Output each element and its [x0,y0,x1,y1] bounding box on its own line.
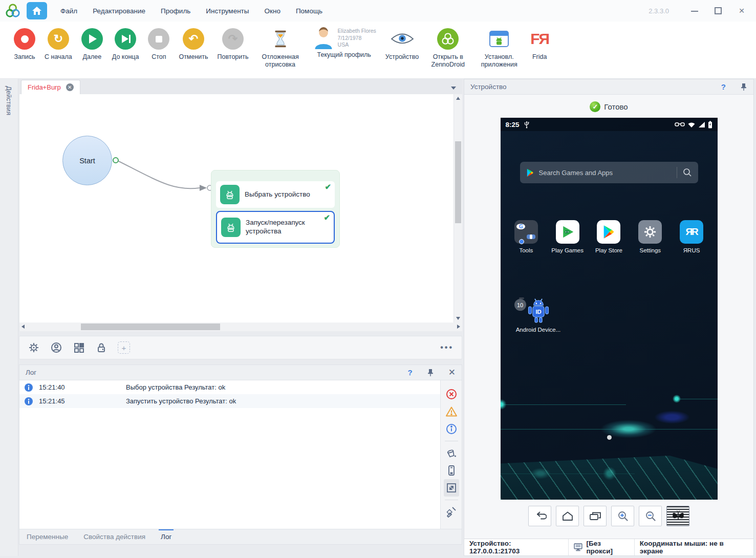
home-button[interactable] [27,2,47,19]
current-profile-button[interactable]: Elizabeth Flores 7/12/1978 USA Текущий п… [308,27,381,59]
restart-button[interactable]: ↻ С начала [40,27,77,61]
tab-close-icon[interactable]: ✕ [66,83,74,91]
tab-list-caret-icon[interactable] [451,87,456,90]
app-yarus[interactable]: ЯR ЯRUS [673,220,710,253]
search-icon[interactable] [683,168,692,177]
wallpaper-glow [654,411,690,424]
expand-log-icon[interactable] [444,479,459,497]
tab-variables[interactable]: Переменные [27,529,68,545]
start-node[interactable]: Start [62,136,112,185]
zoom-out-button[interactable] [639,506,662,526]
canvas-vscrollbar[interactable] [453,94,462,323]
success-check-icon: ✔ [323,213,330,222]
search-divider [677,167,677,178]
app-row: G Tools Play Games [506,220,712,253]
grid-view-icon[interactable] [73,341,85,354]
avatar [312,27,335,49]
overflow-menu-icon[interactable]: ••• [440,343,453,352]
device-log-icon[interactable] [444,462,459,479]
run-to-end-button[interactable]: До конца [107,27,144,61]
app-settings[interactable]: Settings [632,220,668,253]
log-row[interactable]: 15:21:40 Выбор устройства Результат: ok [19,380,462,394]
close-window-button[interactable]: × [738,7,746,15]
log-row[interactable]: 15:21:45 Запустить устройство Результат:… [19,394,462,408]
nav-home-button[interactable] [556,506,579,526]
nav-recents-button[interactable] [584,506,607,526]
log-help-icon[interactable]: ? [408,368,413,377]
app-tools[interactable]: G Tools [508,220,545,253]
butterfly-capture-button[interactable] [666,506,689,526]
canvas-hscrollbar[interactable] [19,323,462,331]
frida-button[interactable]: FЯ Frida [526,27,553,61]
zoom-in-button[interactable] [611,506,634,526]
errors-filter-icon[interactable] [444,385,459,403]
log-pin-icon[interactable] [427,369,434,377]
settings-gear-icon[interactable] [28,341,40,354]
tab-action-properties[interactable]: Свойства действия [83,529,145,545]
menu-help[interactable]: Помощь [296,7,322,15]
device-header: Устройство ? [464,79,753,95]
deferred-render-button[interactable]: Отложенная отрисовка [253,27,308,69]
menu-tools[interactable]: Инструменты [206,7,249,15]
add-selection-icon[interactable]: + [118,341,130,354]
actions-side-strip[interactable]: Действия [0,79,18,556]
device-view-button[interactable]: Устройство [381,27,423,61]
android-action-icon [221,218,241,237]
action-select-device[interactable]: Выбрать устройство ✔ [216,181,335,208]
play-search-bar[interactable]: Search Games and Apps [520,162,698,183]
profile-circle-icon[interactable] [50,341,62,354]
yarus-app-icon: ЯR [680,220,703,244]
device-help-icon[interactable]: ? [721,82,726,91]
undo-button[interactable]: ↶ Отменить [174,27,212,61]
menu-file[interactable]: Файл [60,7,77,15]
play-logo-icon [526,168,534,177]
android-statusbar: 8:25 [501,118,718,131]
open-in-zennodroid-button[interactable]: Открыть в ZennoDroid [423,27,472,69]
app-version: 2.3.3.0 [649,7,669,15]
scroll-down-icon[interactable] [454,314,462,323]
clear-log-icon[interactable] [444,503,459,521]
app-play-store[interactable]: Play Store [590,220,627,253]
stop-button[interactable]: Стоп [143,27,174,61]
step-next-button[interactable]: Далее [77,27,107,61]
tab-frida-burp[interactable]: Frida+Burp ✕ [21,80,80,94]
warnings-filter-icon[interactable] [444,403,459,420]
info-icon [25,383,33,392]
log-body: 15:21:40 Выбор устройства Результат: ok … [19,380,462,529]
minimize-button[interactable] [690,7,699,15]
log-close-icon[interactable]: ✕ [448,367,456,378]
actions-strip-label: Действия [5,86,13,115]
record-icon [14,28,35,50]
action-group[interactable]: Выбрать устройство ✔ Запуск/перезапуск у… [211,170,340,248]
tab-log[interactable]: Лог [161,529,171,545]
wifi-icon [687,121,696,128]
fill-bucket-icon[interactable] [444,444,459,462]
installed-apps-button[interactable]: Установл. приложения [472,27,526,69]
menu-profile[interactable]: Профиль [161,7,190,15]
menu-window[interactable]: Окно [265,7,280,15]
nav-back-button[interactable] [528,506,551,526]
log-title: Лог [26,369,36,376]
proxy-status: [Без прокси] [569,539,634,555]
device-screen[interactable]: 8:25 Search Games and Apps [501,118,718,500]
maximize-button[interactable] [714,7,722,15]
scroll-up-icon[interactable] [454,94,462,102]
hscroll-thumb[interactable] [81,324,220,330]
lock-icon[interactable] [95,341,107,354]
usb-icon [524,121,530,128]
android-device-shortcut[interactable]: 10 ID Android Device... [514,298,563,333]
flow-canvas[interactable]: Start Выбрать устройство ✔ [19,94,462,323]
profile-country: USA [338,41,376,49]
bottom-tabbar: Переменные Свойства действия Лог [19,529,462,544]
vscroll-thumb[interactable] [455,141,461,223]
info-filter-icon[interactable] [444,420,459,438]
scroll-left-icon[interactable] [21,325,25,329]
action-restart-device[interactable]: Запуск/перезапуск устройства ✔ [216,211,335,244]
record-button[interactable]: Запись [9,27,40,61]
app-window-android-icon [489,30,509,48]
redo-button[interactable]: ↷ Повторить [213,27,253,61]
device-pin-icon[interactable] [740,83,747,91]
scroll-right-icon[interactable] [457,325,460,329]
app-play-games[interactable]: Play Games [549,220,586,253]
menu-edit[interactable]: Редактирование [93,7,145,15]
